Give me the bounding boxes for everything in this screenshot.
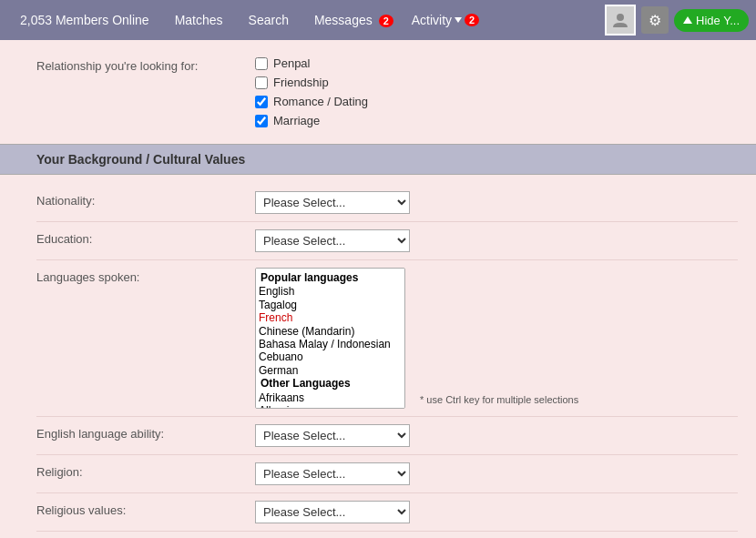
education-row: Education: Please Select... xyxy=(36,222,738,260)
activity-chevron-icon xyxy=(455,17,462,23)
education-dropdown[interactable]: Please Select... xyxy=(255,229,410,252)
lang-german[interactable]: German xyxy=(259,364,402,377)
checkbox-group: Penpal Friendship Romance / Dating Marri… xyxy=(255,56,738,127)
main-content: Relationship you're looking for: Penpal … xyxy=(0,40,756,538)
lang-french[interactable]: French xyxy=(259,311,402,324)
romance-checkbox[interactable] xyxy=(255,96,268,108)
languages-listbox[interactable]: English Tagalog French Chinese (Mandarin… xyxy=(255,268,405,409)
friendship-checkbox[interactable] xyxy=(255,76,268,89)
nav-right: ⚙ Hide Y... xyxy=(605,5,749,36)
religious-values-row: Religious values: Please Select... xyxy=(36,493,738,532)
star-sign-row: Star sign: Please Select... xyxy=(36,532,738,538)
relationship-row: Relationship you're looking for: Penpal … xyxy=(36,49,738,135)
religion-label: Religion: xyxy=(36,462,255,479)
lang-cebuano[interactable]: Cebuano xyxy=(259,350,402,363)
navbar: 2,053 Members Online Matches Search Mess… xyxy=(0,0,756,40)
nationality-dropdown[interactable]: Please Select... xyxy=(255,191,410,214)
settings-button[interactable]: ⚙ xyxy=(641,6,669,34)
upgrade-button[interactable]: Hide Y... xyxy=(674,9,749,32)
languages-note: * use Ctrl key for multiple selections xyxy=(420,394,578,409)
religion-row: Religion: Please Select... xyxy=(36,455,738,493)
education-control: Please Select... xyxy=(255,229,738,252)
nav-messages[interactable]: Messages 2 xyxy=(301,13,406,27)
nav-activity[interactable]: Activity 2 xyxy=(406,13,485,27)
english-ability-row: English language ability: Please Select.… xyxy=(36,417,738,455)
nav-search[interactable]: Search xyxy=(236,13,301,27)
religion-control: Please Select... xyxy=(255,462,738,485)
lang-english[interactable]: English xyxy=(259,285,402,298)
background-section-header: Your Background / Cultural Values xyxy=(0,144,756,175)
messages-badge: 2 xyxy=(379,15,393,27)
upgrade-label: Hide Y... xyxy=(696,14,740,27)
nationality-control: Please Select... xyxy=(255,191,738,214)
religious-values-label: Religious values: xyxy=(36,501,255,517)
relationship-label: Relationship you're looking for: xyxy=(36,56,255,73)
english-ability-control: Please Select... xyxy=(255,424,738,447)
activity-badge: 2 xyxy=(465,14,479,26)
avatar[interactable] xyxy=(605,5,636,36)
nav-matches[interactable]: Matches xyxy=(162,13,236,27)
romance-label: Romance / Dating xyxy=(273,95,368,108)
religious-values-dropdown[interactable]: Please Select... xyxy=(255,501,410,523)
checkbox-marriage[interactable]: Marriage xyxy=(255,114,738,127)
avatar-icon xyxy=(611,11,629,29)
friendship-label: Friendship xyxy=(273,76,329,89)
svg-point-0 xyxy=(617,14,624,21)
lang-albanian[interactable]: Albanian xyxy=(259,404,402,409)
languages-wrapper: English Tagalog French Chinese (Mandarin… xyxy=(255,268,738,409)
lang-afrikaans[interactable]: Afrikaans xyxy=(259,391,402,404)
other-languages-group: Afrikaans Albanian Amharic xyxy=(259,377,402,409)
marriage-checkbox[interactable] xyxy=(255,115,268,127)
nationality-label: Nationality: xyxy=(36,191,255,208)
relationship-section: Relationship you're looking for: Penpal … xyxy=(0,40,756,144)
checkbox-penpal[interactable]: Penpal xyxy=(255,56,738,70)
lang-chinese[interactable]: Chinese (Mandarin) xyxy=(259,325,402,338)
religious-values-control: Please Select... xyxy=(255,501,738,523)
lang-bahasa[interactable]: Bahasa Malay / Indonesian xyxy=(259,338,402,350)
messages-label: Messages xyxy=(314,13,373,27)
members-online-count: 2,053 Members Online xyxy=(7,13,162,27)
lang-tagalog[interactable]: Tagalog xyxy=(259,299,402,311)
education-label: Education: xyxy=(36,229,255,246)
background-section: Nationality: Please Select... Education:… xyxy=(0,175,756,538)
languages-control: English Tagalog French Chinese (Mandarin… xyxy=(255,268,738,409)
english-ability-dropdown[interactable]: Please Select... xyxy=(255,424,410,447)
checkbox-friendship[interactable]: Friendship xyxy=(255,76,738,89)
languages-label: Languages spoken: xyxy=(36,268,255,284)
marriage-label: Marriage xyxy=(273,114,320,127)
religion-dropdown[interactable]: Please Select... xyxy=(255,462,410,485)
popular-languages-group: English Tagalog French Chinese (Mandarin… xyxy=(259,271,402,377)
upgrade-arrow-icon xyxy=(683,16,692,24)
gear-icon: ⚙ xyxy=(649,12,661,29)
penpal-checkbox[interactable] xyxy=(255,57,268,70)
penpal-label: Penpal xyxy=(273,56,310,70)
checkbox-romance[interactable]: Romance / Dating xyxy=(255,95,738,108)
english-ability-label: English language ability: xyxy=(36,424,255,441)
nationality-row: Nationality: Please Select... xyxy=(36,184,738,222)
relationship-checkboxes: Penpal Friendship Romance / Dating Marri… xyxy=(255,56,738,127)
nav-left: 2,053 Members Online Matches Search Mess… xyxy=(7,13,605,27)
languages-row: Languages spoken: English Tagalog French… xyxy=(36,260,738,417)
activity-label: Activity xyxy=(412,13,452,27)
